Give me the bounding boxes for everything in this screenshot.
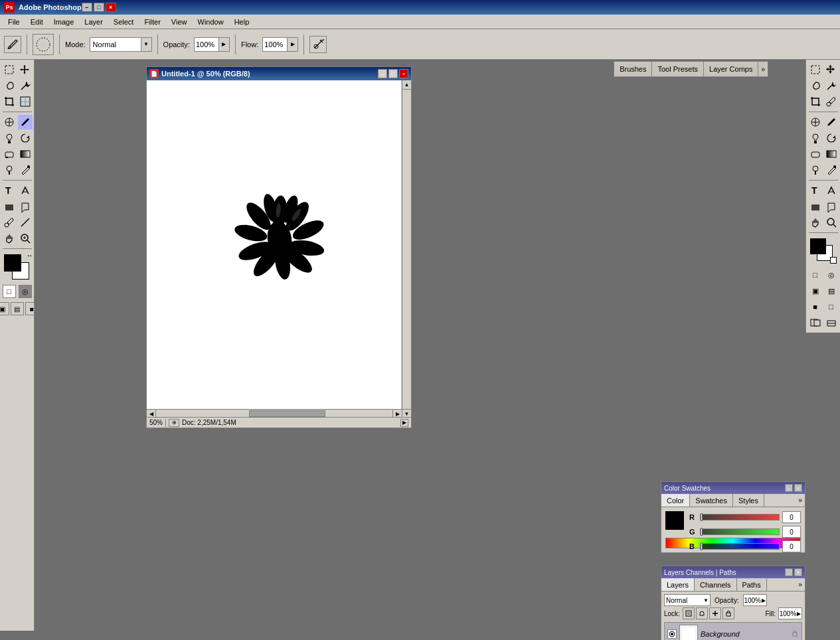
slice-tool[interactable] bbox=[18, 94, 33, 109]
right-pen-tool[interactable] bbox=[824, 163, 839, 177]
history-tool[interactable] bbox=[18, 131, 33, 145]
swap-colors-button[interactable]: ↔ bbox=[27, 252, 33, 259]
color-tab-color[interactable]: Color bbox=[661, 494, 690, 507]
menu-window[interactable]: Window bbox=[193, 15, 229, 29]
flow-input-area[interactable]: 100% ▶ bbox=[262, 37, 298, 52]
color-panel-minimize[interactable]: – bbox=[785, 484, 793, 492]
right-history-tool[interactable] bbox=[824, 131, 839, 145]
right-quick-mask[interactable]: ◎ bbox=[824, 268, 839, 282]
right-jump-to-img[interactable] bbox=[808, 315, 823, 330]
right-shape-tool[interactable] bbox=[808, 199, 823, 214]
status-arrow[interactable]: ▶ bbox=[400, 419, 408, 427]
menu-select[interactable]: Select bbox=[108, 15, 139, 29]
right-screen-4[interactable]: □ bbox=[824, 299, 839, 314]
layers-minimize[interactable]: – bbox=[785, 568, 793, 576]
red-value[interactable]: 0 bbox=[782, 511, 801, 523]
mode-dropdown-arrow[interactable]: ▼ bbox=[141, 38, 151, 51]
color-panel-expand[interactable]: » bbox=[796, 494, 805, 507]
lasso-tool[interactable] bbox=[2, 78, 17, 93]
brush-tool-left[interactable] bbox=[18, 115, 33, 129]
shape-tool[interactable] bbox=[2, 199, 17, 214]
color-panel-close[interactable]: × bbox=[794, 484, 802, 492]
mode-dropdown[interactable]: Normal ▼ bbox=[90, 37, 152, 52]
green-slider[interactable] bbox=[700, 528, 780, 535]
screen-normal-button[interactable]: ▣ bbox=[0, 302, 9, 315]
right-crop-tool[interactable] bbox=[808, 94, 823, 109]
scroll-up-button[interactable]: ▲ bbox=[402, 80, 411, 90]
tool-presets-tab[interactable]: Tool Presets bbox=[652, 62, 704, 76]
layer-visibility-button[interactable] bbox=[667, 629, 677, 639]
layer-comps-tab[interactable]: Layer Comps bbox=[704, 62, 758, 76]
right-stamp-tool[interactable] bbox=[808, 131, 823, 145]
right-type-tool[interactable]: T bbox=[808, 183, 823, 198]
menu-help[interactable]: Help bbox=[229, 15, 255, 29]
right-lasso-tool[interactable] bbox=[808, 78, 823, 93]
lock-transparent-button[interactable] bbox=[683, 607, 695, 619]
lock-all-button[interactable] bbox=[722, 607, 734, 619]
right-small-swap[interactable] bbox=[830, 257, 837, 264]
menu-layer[interactable]: Layer bbox=[79, 15, 108, 29]
brushes-tab[interactable]: Brushes bbox=[614, 62, 652, 76]
right-screen-1[interactable]: ▣ bbox=[808, 283, 823, 298]
right-gradient-tool[interactable] bbox=[824, 147, 839, 161]
red-slider[interactable] bbox=[700, 514, 780, 520]
right-zoom-tool[interactable] bbox=[824, 215, 839, 230]
right-path-selection[interactable] bbox=[824, 183, 839, 198]
canvas-area[interactable] bbox=[147, 80, 401, 418]
brush-preview[interactable] bbox=[33, 34, 54, 55]
status-icon[interactable]: ⊕ bbox=[169, 419, 179, 427]
zoom-tool[interactable] bbox=[18, 231, 33, 246]
right-marquee-tool[interactable] bbox=[808, 62, 823, 77]
stamp-tool[interactable] bbox=[2, 131, 17, 145]
right-dodge-tool[interactable] bbox=[808, 163, 823, 177]
green-slider-thumb[interactable] bbox=[701, 528, 703, 536]
magic-wand-tool[interactable] bbox=[18, 78, 33, 93]
gradient-tool[interactable] bbox=[18, 147, 33, 161]
layers-close[interactable]: × bbox=[794, 568, 802, 576]
color-tab-swatches[interactable]: Swatches bbox=[690, 494, 733, 507]
blue-slider[interactable] bbox=[700, 543, 780, 550]
menu-view[interactable]: View bbox=[166, 15, 193, 29]
menu-filter[interactable]: Filter bbox=[139, 15, 165, 29]
right-eraser-tool[interactable] bbox=[808, 147, 823, 161]
brush-tool-button[interactable] bbox=[4, 36, 21, 53]
doc-maximize[interactable]: □ bbox=[388, 69, 398, 78]
right-standard-mode[interactable]: □ bbox=[808, 268, 823, 282]
right-heal-tool[interactable] bbox=[808, 115, 823, 129]
layers-tab-layers[interactable]: Layers bbox=[661, 578, 695, 591]
measure-tool[interactable] bbox=[18, 215, 33, 230]
notes-tool[interactable] bbox=[18, 199, 33, 214]
airbrush-button[interactable] bbox=[309, 36, 327, 53]
right-foreground-color[interactable] bbox=[810, 238, 826, 254]
blue-value[interactable]: 0 bbox=[782, 540, 801, 552]
layers-panel-expand[interactable]: » bbox=[796, 578, 805, 591]
layers-tab-channels[interactable]: Channels bbox=[695, 578, 736, 591]
marquee-tool[interactable] bbox=[2, 62, 17, 77]
right-screen-3[interactable]: ■ bbox=[808, 299, 823, 314]
color-tab-styles[interactable]: Styles bbox=[733, 494, 764, 507]
opacity-input-area[interactable]: 100% ▶ bbox=[194, 37, 230, 52]
flow-arrow[interactable]: ▶ bbox=[287, 38, 297, 51]
menu-edit[interactable]: Edit bbox=[25, 15, 48, 29]
layers-tab-paths[interactable]: Paths bbox=[737, 578, 767, 591]
doc-close[interactable]: × bbox=[399, 69, 408, 78]
crop-tool[interactable] bbox=[2, 94, 17, 109]
move-tool[interactable] bbox=[18, 62, 33, 77]
layer-item-background[interactable]: Background bbox=[664, 622, 802, 640]
right-something-tool[interactable] bbox=[824, 315, 839, 330]
screen-full-menu-button[interactable]: ▤ bbox=[11, 302, 24, 315]
pen-tool[interactable] bbox=[18, 163, 33, 177]
fg-bg-color-selector[interactable]: ↔ bbox=[4, 254, 31, 281]
lock-image-button[interactable] bbox=[696, 607, 708, 619]
eyedropper-tool[interactable] bbox=[2, 215, 17, 230]
type-tool[interactable]: T bbox=[2, 183, 17, 198]
lock-position-button[interactable] bbox=[709, 607, 721, 619]
eraser-tool[interactable] bbox=[2, 147, 17, 161]
right-notes-tool[interactable] bbox=[824, 199, 839, 214]
foreground-color-swatch[interactable] bbox=[4, 254, 21, 272]
opacity-arrow[interactable]: ▶ bbox=[218, 38, 229, 51]
right-brush-tool[interactable] bbox=[824, 115, 839, 129]
right-eyedropper[interactable] bbox=[824, 94, 839, 109]
quick-mask-button[interactable]: ◎ bbox=[19, 285, 32, 298]
active-color-swatch[interactable] bbox=[665, 511, 684, 530]
